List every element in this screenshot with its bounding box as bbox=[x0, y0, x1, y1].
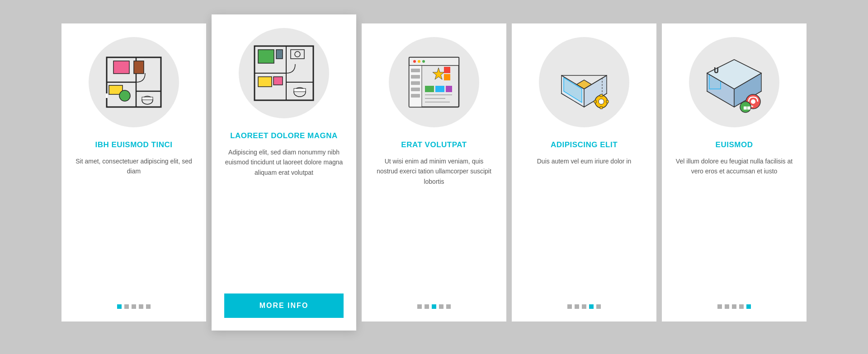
dot-4-2 bbox=[575, 304, 579, 309]
cards-container: IBH EUISMOD TINCI Sit amet, consectetuer… bbox=[34, 5, 834, 349]
dot-1-1 bbox=[117, 304, 122, 309]
svg-point-72 bbox=[751, 99, 755, 104]
svg-rect-31 bbox=[411, 81, 420, 85]
svg-rect-15 bbox=[258, 50, 274, 63]
card-2: LAOREET DOLORE MAGNA Adipiscing elit, se… bbox=[212, 14, 356, 331]
svg-rect-38 bbox=[435, 86, 444, 92]
svg-rect-24 bbox=[409, 57, 459, 65]
dot-3-1 bbox=[417, 304, 422, 309]
dot-1-3 bbox=[132, 304, 136, 309]
icon-circle-5: U ◼◼ bbox=[689, 37, 779, 127]
svg-point-25 bbox=[413, 60, 416, 63]
svg-rect-9 bbox=[142, 97, 153, 100]
svg-rect-32 bbox=[411, 88, 420, 91]
card-3-body: Ut wisi enim ad minim veniam, quis nostr… bbox=[374, 156, 494, 293]
dot-5-3 bbox=[732, 304, 736, 309]
svg-rect-53 bbox=[600, 94, 603, 97]
floor-plan-2-icon bbox=[250, 42, 318, 105]
card-5-title: EUISMOD bbox=[716, 140, 753, 150]
dot-4-1 bbox=[567, 304, 572, 309]
dot-5-4 bbox=[739, 304, 744, 309]
svg-rect-37 bbox=[425, 86, 434, 92]
svg-point-22 bbox=[295, 51, 300, 57]
3d-room-icon bbox=[548, 48, 620, 116]
svg-rect-30 bbox=[411, 75, 420, 79]
card-3-dots bbox=[417, 304, 451, 309]
card-5: U ◼◼ EUISMOD Vel illum dolore eu feugiat… bbox=[662, 23, 807, 321]
dot-4-4 bbox=[589, 304, 594, 309]
card-3-title: ERAT VOLUTPAT bbox=[401, 140, 467, 150]
ui-design-icon bbox=[400, 51, 468, 114]
card-1-body: Sit amet, consectetuer adipiscing elit, … bbox=[74, 156, 193, 293]
svg-rect-33 bbox=[411, 94, 420, 98]
dot-3-3 bbox=[432, 304, 436, 309]
floor-plan-1-icon bbox=[102, 53, 165, 112]
card-1: IBH EUISMOD TINCI Sit amet, consectetuer… bbox=[61, 23, 206, 321]
svg-rect-17 bbox=[258, 77, 272, 87]
svg-rect-39 bbox=[446, 86, 452, 92]
svg-marker-34 bbox=[433, 68, 444, 79]
more-info-button[interactable]: MORE INFO bbox=[224, 293, 344, 318]
svg-rect-35 bbox=[444, 67, 450, 73]
dot-4-5 bbox=[596, 304, 601, 309]
dot-4-3 bbox=[582, 304, 586, 309]
svg-text:◼◼: ◼◼ bbox=[743, 105, 750, 110]
dot-5-5 bbox=[746, 304, 751, 309]
svg-rect-21 bbox=[291, 50, 304, 59]
icon-circle-2 bbox=[239, 28, 329, 118]
svg-rect-4 bbox=[113, 61, 129, 74]
card-3: ERAT VOLUTPAT Ut wisi enim ad minim veni… bbox=[362, 23, 506, 321]
svg-point-26 bbox=[418, 60, 420, 63]
svg-point-27 bbox=[422, 60, 425, 63]
dot-1-5 bbox=[146, 304, 151, 309]
dot-3-2 bbox=[425, 304, 429, 309]
icon-circle-3 bbox=[389, 37, 479, 127]
card-4-title: ADIPISCING ELIT bbox=[551, 140, 618, 150]
card-5-dots bbox=[717, 304, 751, 309]
dot-1-4 bbox=[139, 304, 143, 309]
card-2-title: LAOREET DOLORE MAGNA bbox=[230, 131, 338, 141]
svg-rect-36 bbox=[444, 74, 450, 80]
svg-text:U: U bbox=[714, 65, 719, 75]
icon-circle-1 bbox=[89, 37, 179, 127]
svg-rect-16 bbox=[276, 50, 283, 59]
svg-rect-5 bbox=[134, 61, 144, 74]
svg-rect-56 bbox=[606, 100, 609, 103]
svg-point-7 bbox=[119, 90, 130, 101]
svg-rect-55 bbox=[594, 100, 596, 103]
dot-5-1 bbox=[717, 304, 722, 309]
card-4: ADIPISCING ELIT Duis autem vel eum iriur… bbox=[512, 23, 656, 321]
svg-rect-29 bbox=[411, 69, 420, 72]
card-1-dots bbox=[117, 304, 151, 309]
svg-point-52 bbox=[599, 99, 604, 104]
svg-rect-20 bbox=[294, 88, 306, 92]
card-5-body: Vel illum dolore eu feugiat nulla facili… bbox=[675, 156, 794, 293]
card-4-dots bbox=[567, 304, 601, 309]
card-4-body: Duis autem vel eum iriure dolor in bbox=[537, 156, 632, 293]
card-2-body: Adipiscing elit, sed diam nonummy nibh e… bbox=[224, 147, 344, 283]
dot-3-5 bbox=[446, 304, 451, 309]
card-1-title: IBH EUISMOD TINCI bbox=[95, 140, 173, 150]
icon-circle-4 bbox=[539, 37, 629, 127]
dot-5-2 bbox=[725, 304, 729, 309]
svg-rect-18 bbox=[274, 77, 283, 85]
3d-box-icon: U ◼◼ bbox=[698, 48, 770, 116]
dot-1-2 bbox=[124, 304, 129, 309]
dot-3-4 bbox=[439, 304, 443, 309]
svg-rect-54 bbox=[600, 107, 603, 109]
